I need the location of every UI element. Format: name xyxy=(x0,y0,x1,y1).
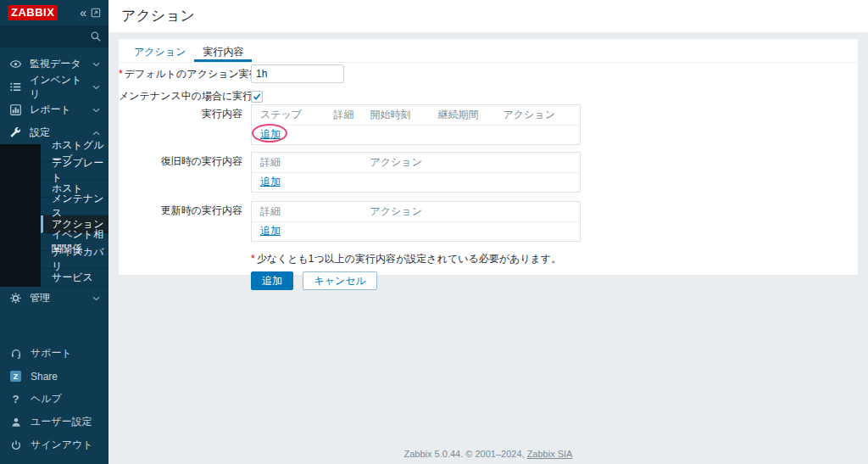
column-header: ステップ xyxy=(252,105,326,126)
sidebar-item-reports[interactable]: レポート xyxy=(0,98,108,121)
sidebar-item-label: ヘルプ xyxy=(31,392,62,406)
default-step-duration-input[interactable] xyxy=(251,64,344,83)
sidebar: ZABBIX « 監視データ インベントリ xyxy=(0,0,108,464)
footer: Zabbix 5.0.44. © 2001–2024, Zabbix SIA xyxy=(108,443,868,464)
page-title: アクション xyxy=(121,8,195,24)
sidebar-item-share[interactable]: Z Share xyxy=(0,365,108,388)
operations-row: 実行内容 ステップ 詳細 開始時刻 継続期間 アクション 追加 xyxy=(119,104,858,145)
chevron-up-icon xyxy=(92,131,100,136)
field-label: 実行内容 xyxy=(119,104,251,121)
sidebar-item-user-settings[interactable]: ユーザー設定 xyxy=(0,411,108,433)
tab-operations[interactable]: 実行内容 xyxy=(194,39,252,62)
sidebar-item-label: レポート xyxy=(30,103,71,117)
recovery-operations-table: 詳細 アクション 追加 xyxy=(251,152,581,193)
required-marker: * xyxy=(251,253,255,265)
sidebar-item-label: 管理 xyxy=(30,291,50,305)
column-header: 詳細 xyxy=(252,153,362,173)
sidebar-item-templates[interactable]: テンプレート xyxy=(41,162,108,180)
configuration-submenu: ホストグループ テンプレート ホスト メンテナンス アクション イベント相関関係… xyxy=(0,144,108,287)
column-header: 開始時刻 xyxy=(362,105,430,126)
validation-hint: *少なくとも1つ以上の実行内容が設定されている必要があります。 xyxy=(251,252,561,266)
sidebar-nav: 監視データ インベントリ レポート xyxy=(0,48,108,310)
sidebar-item-sign-out[interactable]: サインアウト xyxy=(0,433,108,456)
required-marker: * xyxy=(119,68,123,80)
column-header: アクション xyxy=(495,105,581,126)
validation-hint-row: *少なくとも1つ以上の実行内容が設定されている必要があります。 xyxy=(119,252,858,266)
field-label: メンテナンス中の場合に実行を保留 xyxy=(119,90,251,103)
z-square-icon: Z xyxy=(9,371,22,382)
sidebar-bottom-nav: サポート Z Share ? ヘルプ ユーザー設定 サインアウト xyxy=(0,342,108,464)
hide-sidebar-icon[interactable] xyxy=(91,8,101,18)
headset-icon xyxy=(9,348,22,360)
recovery-add-link[interactable]: 追加 xyxy=(260,176,281,187)
logo-row: ZABBIX « xyxy=(0,0,108,25)
search-icon[interactable] xyxy=(90,31,102,42)
gear-icon xyxy=(9,292,22,305)
tab-bar: アクション 実行内容 xyxy=(119,39,858,63)
field-label: 復旧時の実行内容 xyxy=(119,152,251,169)
column-header: 詳細 xyxy=(326,105,362,126)
search-input[interactable] xyxy=(7,30,90,43)
list-icon xyxy=(9,81,22,93)
sidebar-item-label: ユーザー設定 xyxy=(31,415,92,429)
sidebar-item-label: Share xyxy=(31,371,58,383)
chevron-down-icon xyxy=(92,108,100,113)
sidebar-item-help[interactable]: ? ヘルプ xyxy=(0,388,108,411)
sidebar-item-label: 設定 xyxy=(30,126,50,140)
form-buttons-row: 追加 キャンセル xyxy=(119,271,858,290)
operations-form: *デフォルトのアクション実行ステップの間隔 メンテナンス中の場合に実行を保留 実… xyxy=(119,63,858,290)
sidebar-item-maintenance[interactable]: メンテナンス xyxy=(41,198,108,215)
sidebar-search xyxy=(0,25,108,48)
zabbix-logo[interactable]: ZABBIX xyxy=(8,5,58,20)
sidebar-item-label: インベントリ xyxy=(30,73,85,102)
chevron-down-icon xyxy=(92,85,100,90)
pause-in-maintenance-checkbox[interactable] xyxy=(251,91,263,103)
collapse-sidebar-icon[interactable]: « xyxy=(80,7,86,19)
sidebar-item-inventory[interactable]: インベントリ xyxy=(0,75,108,98)
question-icon: ? xyxy=(9,393,22,405)
chevron-down-icon xyxy=(92,62,100,67)
wrench-icon xyxy=(9,126,22,139)
sidebar-item-label: 監視データ xyxy=(30,57,81,71)
column-header: 継続期間 xyxy=(430,105,495,126)
eye-icon xyxy=(9,58,22,70)
page-header: アクション xyxy=(108,0,868,32)
sidebar-item-label: サービス xyxy=(52,271,93,285)
sidebar-item-label: サポート xyxy=(31,346,72,361)
update-operations-row: 更新時の実行内容 詳細 アクション 追加 xyxy=(119,201,858,242)
operations-table: ステップ 詳細 開始時刻 継続期間 アクション 追加 xyxy=(251,104,581,145)
recovery-operations-row: 復旧時の実行内容 詳細 アクション 追加 xyxy=(119,152,858,193)
action-form-card: アクション 実行内容 *デフォルトのアクション実行ステップの間隔 メンテナンス中… xyxy=(119,39,858,275)
sidebar-item-discovery[interactable]: ディスカバリ xyxy=(41,251,108,269)
field-label: 更新時の実行内容 xyxy=(119,201,251,218)
cancel-button[interactable]: キャンセル xyxy=(303,271,376,290)
column-header: アクション xyxy=(362,153,581,173)
column-header: アクション xyxy=(362,202,581,222)
column-header: 詳細 xyxy=(252,202,362,222)
main-area: アクション アクション 実行内容 *デフォルトのアクション実行ステップの間隔 メ… xyxy=(108,0,868,464)
sidebar-item-label: サインアウト xyxy=(31,438,93,452)
pause-in-maintenance-row: メンテナンス中の場合に実行を保留 xyxy=(119,90,858,103)
field-label: *デフォルトのアクション実行ステップの間隔 xyxy=(119,64,251,83)
footer-zabbix-sia-link[interactable]: Zabbix SIA xyxy=(527,449,573,459)
default-step-duration-row: *デフォルトのアクション実行ステップの間隔 xyxy=(119,64,858,83)
tab-action[interactable]: アクション xyxy=(125,39,194,62)
update-add-link[interactable]: 追加 xyxy=(260,225,281,237)
sidebar-item-administration[interactable]: 管理 xyxy=(0,287,108,310)
operations-add-link[interactable]: 追加 xyxy=(260,128,281,140)
footer-version-text: Zabbix 5.0.44. © 2001–2024, xyxy=(404,449,525,459)
user-icon xyxy=(9,416,22,428)
chevron-down-icon xyxy=(92,296,100,301)
power-icon xyxy=(9,439,22,451)
update-operations-table: 詳細 アクション 追加 xyxy=(251,201,581,242)
add-button[interactable]: 追加 xyxy=(251,271,293,290)
sidebar-item-support[interactable]: サポート xyxy=(0,342,108,365)
chart-icon xyxy=(9,103,22,116)
